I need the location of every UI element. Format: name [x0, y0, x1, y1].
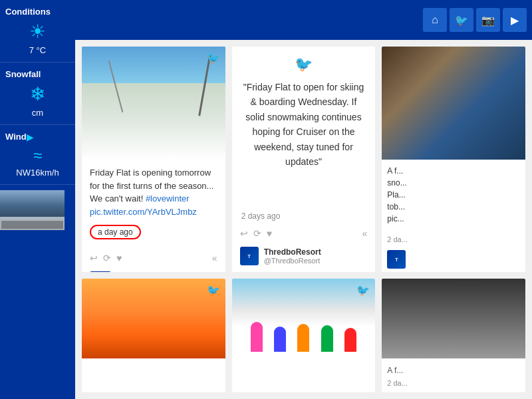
card2-avatar: T: [240, 247, 259, 265]
conditions-section: Conditions ☀ 7 °C: [0, 0, 75, 63]
instagram-nav-button[interactable]: 📷: [476, 8, 500, 32]
card3-time-text: 2 da...: [387, 235, 408, 243]
card2-timestamp: 2 days ago: [241, 211, 281, 221]
card3-timestamp: 2 da...: [382, 230, 525, 247]
reply-icon-2[interactable]: ↩: [240, 228, 248, 239]
card2-user-handle: @ThredboResort: [264, 257, 321, 265]
share-icon-2[interactable]: «: [362, 228, 368, 239]
home-nav-button[interactable]: ⌂: [423, 8, 447, 32]
pic-link[interactable]: pic.twitter.com/YArbVLJmbz: [90, 207, 197, 217]
snowfall-section: Snowfall ❄ cm: [0, 63, 75, 125]
card5-image-wrap: 🐦: [232, 279, 376, 358]
skier-1: [251, 322, 263, 352]
twitter-nav-button[interactable]: 🐦: [450, 8, 473, 32]
card6-timestamp: 2 da...: [387, 379, 520, 387]
wind-label: Wind: [5, 132, 27, 142]
reply-icon-1[interactable]: ↩: [90, 253, 98, 263]
tweet-card-1: 🐦 Friday Flat is opening tomorrow for th…: [82, 47, 225, 272]
twitter-corner-icon-1: 🐦: [207, 52, 220, 65]
like-icon-1[interactable]: ♥: [116, 253, 122, 263]
retweet-icon-1[interactable]: ⟳: [103, 253, 111, 263]
content-grid: 🐦 Friday Flat is opening tomorrow for th…: [75, 40, 532, 399]
card1-image: [82, 47, 225, 160]
card3-partial-text: A f...sno...Pla...tob...pic...: [382, 160, 525, 230]
tweet-card-6: A f... 2 da...: [382, 279, 525, 392]
skier-5: [344, 328, 356, 352]
sunset-image: [82, 279, 225, 358]
tweet-card-4: 🐦: [82, 279, 225, 392]
card1-text: Friday Flat is opening tomorrow for the …: [90, 166, 217, 218]
skiers-image: [232, 279, 376, 358]
tweet-card-2: 🐦 "Friday Flat to open for skiing & boar…: [232, 47, 376, 272]
card3-text-content: A f...sno...Pla...tob...pic...: [387, 166, 406, 223]
sidebar: Conditions ☀ 7 °C Snowfall ❄ cm Wind ▶ ≈…: [0, 0, 75, 399]
sun-icon: ☀: [29, 21, 46, 43]
card3-user-row: T: [382, 247, 525, 271]
twitter-bird-icon-2: 🐦: [241, 56, 366, 73]
conditions-label: Conditions: [5, 7, 51, 17]
timestamp-circled: a day ago: [90, 225, 141, 239]
card1-actions: ↩ ⟳ ♥ «: [82, 249, 225, 267]
twitter-corner-icon-5: 🐦: [356, 284, 370, 297]
main-content: ⌂ 🐦 📷 ▶ 🐦 Friday Flat is opening tomorro…: [75, 0, 532, 399]
skier-3: [297, 324, 309, 352]
card2-user-row: T ThredboResort @ThredboResort: [232, 243, 376, 272]
card2-timestamp-row: 2 days ago: [232, 207, 376, 224]
card3-avatar: T: [387, 250, 406, 269]
tweet-card-3: A f...sno...Pla...tob...pic... 2 da... T: [382, 47, 525, 272]
card1-avatar: T: [90, 271, 111, 272]
wind-section: Wind ▶ ≈ NW16km/h: [0, 125, 75, 185]
share-icon-1[interactable]: «: [212, 253, 217, 263]
card1-body: Friday Flat is opening tomorrow for the …: [82, 160, 225, 249]
card2-tweet-body: 🐦 "Friday Flat to open for skiing & boar…: [232, 47, 376, 207]
card2-actions: ↩ ⟳ ♥ «: [232, 224, 376, 243]
card6-image: [382, 279, 525, 358]
card6-body: A f... 2 da...: [382, 358, 525, 392]
wind-icon: ≈: [33, 146, 42, 165]
card2-tweet-text: "Friday Flat to open for skiing & boardi…: [241, 80, 366, 169]
card3-image: [382, 47, 525, 160]
card1-action-icons: ↩ ⟳ ♥: [90, 253, 122, 263]
skier-4: [321, 325, 333, 352]
card4-image-wrap: 🐦: [82, 279, 225, 358]
like-icon-2[interactable]: ♥: [267, 228, 272, 239]
card2-user-info: ThredboResort @ThredboResort: [264, 247, 321, 265]
card2-user-name: ThredboResort: [264, 247, 321, 257]
hashtag-link[interactable]: #lovewinter: [146, 194, 190, 203]
temperature-value: 7 °C: [29, 45, 46, 55]
twitter-corner-icon-4: 🐦: [207, 284, 220, 297]
card1-user-row: T ThredboResort @ThredboResort: [82, 267, 225, 272]
skier-2: [274, 327, 286, 352]
snowflake-icon: ❄: [30, 83, 45, 105]
tweet-card-5: 🐦: [232, 279, 376, 392]
header: ⌂ 🐦 📷 ▶: [75, 0, 532, 40]
retweet-icon-2[interactable]: ⟳: [253, 228, 261, 239]
youtube-nav-button[interactable]: ▶: [503, 8, 527, 32]
snowfall-label: Snowfall: [5, 69, 41, 79]
wind-arrow-icon: ▶: [27, 132, 34, 142]
snowfall-value: cm: [32, 108, 43, 118]
card6-text: A f...: [387, 366, 403, 375]
wind-speed-value: NW16km/h: [16, 168, 59, 178]
sidebar-thumbnail[interactable]: [0, 190, 65, 230]
card2-action-icons: ↩ ⟳ ♥: [240, 228, 272, 239]
skier-group: [245, 322, 362, 352]
